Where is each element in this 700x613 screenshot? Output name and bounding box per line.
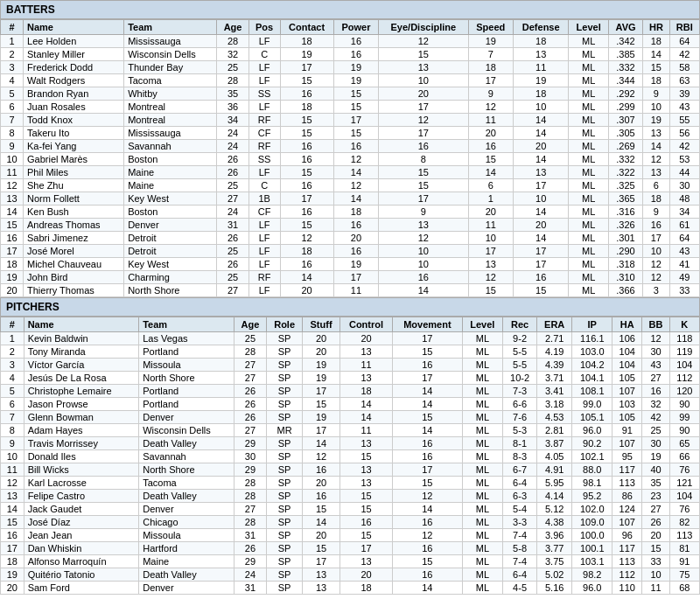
- table-cell: Maine: [124, 166, 217, 179]
- table-cell: Denver: [139, 503, 234, 516]
- table-cell: 17: [280, 192, 333, 205]
- table-cell: .365: [608, 192, 642, 205]
- table-row: 10Gabriel MarèsBoston26SS161281514ML.332…: [1, 153, 700, 166]
- table-cell: 68: [669, 582, 699, 595]
- table-row: 9Travis MorrisseyDeath Valley29SP141316M…: [1, 437, 700, 450]
- table-cell: 16: [333, 245, 378, 258]
- col-age: Age: [217, 20, 248, 35]
- table-cell: 10: [643, 101, 669, 114]
- table-cell: 32: [642, 398, 669, 411]
- table-cell: 25: [642, 424, 669, 437]
- table-cell: Glenn Bowman: [24, 411, 139, 424]
- table-cell: 15: [333, 127, 378, 140]
- table-cell: 11: [468, 114, 513, 127]
- table-row: 6Jason ProwsePortland26SP151414ML6-63.18…: [1, 398, 700, 411]
- table-cell: Lee Holden: [24, 35, 124, 48]
- table-cell: 28: [217, 35, 248, 48]
- table-cell: 11: [513, 61, 568, 74]
- col-contact: Contact: [280, 20, 333, 35]
- table-row: 3Víctor GarcíaMissoula27SP191116ML5-54.3…: [1, 359, 700, 372]
- table-cell: 99.0: [572, 398, 612, 411]
- table-cell: 14: [393, 398, 462, 411]
- table-cell: 13: [340, 463, 392, 477]
- table-cell: Quitério Tatonio: [24, 568, 139, 582]
- table-cell: 56: [669, 127, 699, 140]
- table-cell: Mississauga: [124, 35, 217, 48]
- table-cell: 13: [643, 127, 669, 140]
- batters-header-row: # Name Team Age Pos Contact Power Eye/Di…: [1, 20, 700, 35]
- table-cell: 14: [280, 271, 333, 284]
- col-movement: Movement: [393, 317, 462, 332]
- table-cell: 12: [1, 179, 24, 192]
- table-cell: 9: [1, 437, 24, 450]
- table-cell: ML: [462, 516, 503, 529]
- table-cell: 19: [643, 114, 669, 127]
- col-power: Power: [333, 20, 378, 35]
- table-cell: 16: [393, 542, 462, 555]
- table-cell: LF: [248, 232, 280, 245]
- table-cell: 32: [217, 48, 248, 61]
- table-cell: SP: [267, 398, 303, 411]
- table-cell: 43: [669, 245, 699, 258]
- table-cell: 3.77: [537, 542, 572, 555]
- table-cell: ML: [462, 529, 503, 542]
- table-cell: 15: [333, 87, 378, 101]
- table-cell: 15: [1, 516, 24, 529]
- table-cell: 17: [379, 101, 468, 114]
- table-cell: 12: [333, 179, 378, 192]
- table-cell: 14: [393, 424, 462, 437]
- table-cell: 88.0: [572, 463, 612, 477]
- table-cell: 17: [513, 258, 568, 271]
- table-cell: Bill Wicks: [24, 463, 139, 477]
- table-cell: 17: [468, 74, 513, 87]
- table-cell: 5: [1, 87, 24, 101]
- table-cell: SP: [267, 555, 303, 568]
- table-cell: .385: [608, 48, 642, 61]
- table-cell: 4.91: [537, 463, 572, 477]
- table-cell: 82: [669, 516, 699, 529]
- table-cell: 20: [468, 127, 513, 140]
- table-cell: 34: [217, 114, 248, 127]
- table-cell: 15: [393, 477, 462, 490]
- table-cell: ML: [462, 424, 503, 437]
- table-cell: Norm Follett: [24, 192, 124, 205]
- table-cell: Stanley Miller: [24, 48, 124, 61]
- table-cell: 6-4: [503, 568, 537, 582]
- table-cell: LF: [248, 219, 280, 232]
- table-cell: 15: [468, 153, 513, 166]
- table-cell: 91: [669, 555, 699, 568]
- table-cell: 26: [234, 398, 266, 411]
- table-cell: 104: [669, 490, 699, 503]
- table-cell: ML: [569, 127, 608, 140]
- table-cell: 81: [669, 542, 699, 555]
- table-cell: Jason Prowse: [24, 398, 139, 411]
- table-cell: 15: [379, 179, 468, 192]
- table-cell: 19: [513, 74, 568, 87]
- table-cell: 17: [379, 192, 468, 205]
- table-cell: 15: [280, 74, 333, 87]
- table-cell: 110: [612, 582, 642, 595]
- table-row: 7Todd KnoxMontreal34RF1517121114ML.30719…: [1, 114, 700, 127]
- table-cell: 31: [217, 219, 248, 232]
- table-cell: Maine: [124, 179, 217, 192]
- table-cell: .290: [608, 245, 642, 258]
- table-cell: 11: [642, 582, 669, 595]
- table-cell: SS: [248, 153, 280, 166]
- table-cell: 36: [217, 101, 248, 114]
- table-cell: 4.53: [537, 411, 572, 424]
- col-level: Level: [569, 20, 608, 35]
- table-cell: 14: [643, 48, 669, 61]
- table-cell: 26: [642, 516, 669, 529]
- table-cell: ML: [462, 555, 503, 568]
- table-cell: 12: [379, 114, 468, 127]
- table-cell: Boston: [124, 205, 217, 219]
- table-cell: 18: [340, 385, 392, 398]
- table-cell: SP: [267, 477, 303, 490]
- table-cell: 24: [217, 127, 248, 140]
- table-cell: 26: [217, 166, 248, 179]
- table-cell: ML: [462, 385, 503, 398]
- table-cell: LF: [248, 35, 280, 48]
- table-row: 14Ken BushBoston24CF161892014ML.316934: [1, 205, 700, 219]
- table-cell: 13: [643, 166, 669, 179]
- table-cell: Death Valley: [139, 568, 234, 582]
